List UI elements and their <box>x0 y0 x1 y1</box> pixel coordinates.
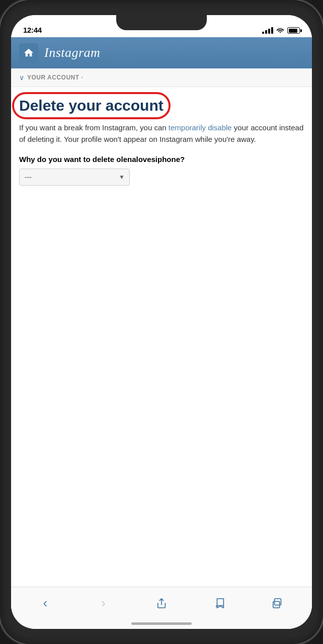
main-content: Delete your account If you want a break … <box>11 87 312 196</box>
bookmarks-button[interactable] <box>207 592 232 614</box>
share-button[interactable] <box>149 592 174 614</box>
home-icon <box>23 47 34 58</box>
breadcrumb-arrow-icon: ∨ <box>19 73 24 82</box>
status-icons <box>262 27 300 34</box>
back-button[interactable]: ‹ <box>33 592 58 614</box>
instagram-logo: Instagram <box>44 45 100 60</box>
wifi-icon <box>276 27 284 34</box>
reason-dropdown-wrapper: --- Something I posted Privacy concerns … <box>19 169 130 186</box>
tabs-icon <box>272 598 283 609</box>
breadcrumb: ∨ YOUR ACCOUNT · <box>11 68 312 87</box>
tabs-button[interactable] <box>265 592 290 614</box>
home-button[interactable] <box>19 43 38 62</box>
battery-icon <box>287 27 300 34</box>
breadcrumb-text: YOUR ACCOUNT · <box>27 74 83 81</box>
reason-dropdown[interactable]: --- Something I posted Privacy concerns … <box>19 169 130 186</box>
signal-icon <box>262 27 273 34</box>
temporarily-disable-link[interactable]: temporarily disable <box>169 123 232 132</box>
phone-frame: 12:44 AA 🔒 <box>0 0 323 644</box>
status-time: 12:44 <box>23 26 42 34</box>
notch <box>116 15 207 30</box>
bookmarks-icon <box>214 598 225 609</box>
share-icon <box>156 598 167 609</box>
delete-heading-wrapper: Delete your account <box>19 97 164 114</box>
description-paragraph: If you want a break from Instagram, you … <box>19 122 304 145</box>
forward-button[interactable]: › <box>91 592 116 614</box>
forward-icon: › <box>101 595 106 611</box>
page-title: Delete your account <box>19 97 164 114</box>
description-part1: If you want a break from Instagram, you … <box>19 123 169 132</box>
instagram-header: Instagram <box>11 37 312 68</box>
why-delete-label: Why do you want to delete olenalovesipho… <box>19 155 304 164</box>
phone-screen: 12:44 AA 🔒 <box>11 15 312 629</box>
home-indicator <box>131 622 192 625</box>
back-icon: ‹ <box>43 595 47 611</box>
page-structure: Instagram ∨ YOUR ACCOUNT · Delete your a… <box>11 37 312 587</box>
